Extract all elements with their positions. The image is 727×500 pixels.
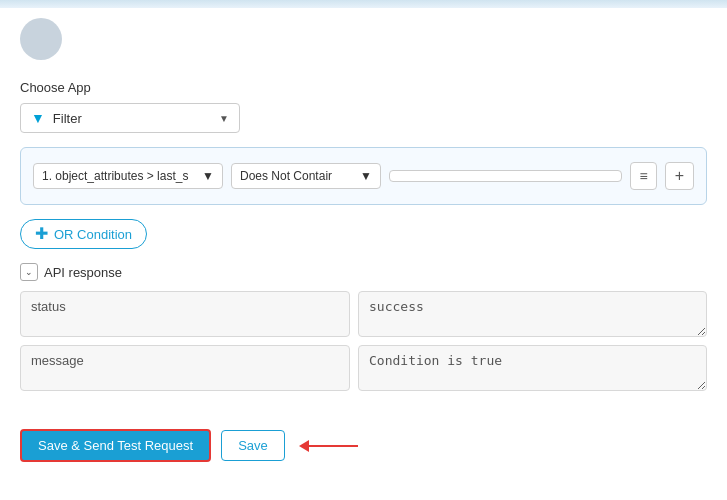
save-button[interactable]: Save — [221, 430, 285, 461]
condition-menu-button[interactable]: ≡ — [630, 162, 656, 190]
chevron-down-icon: ▼ — [219, 113, 229, 124]
or-condition-label: OR Condition — [54, 227, 132, 242]
filter-label: Filter — [53, 111, 82, 126]
response-row-message: message <span data-bind="api_response.ro… — [20, 345, 707, 391]
or-condition-button[interactable]: ✚ OR Condition — [20, 219, 147, 249]
response-fields: status <span data-bind="api_response.row… — [20, 291, 707, 391]
content-area: Choose App ▼ Filter ▼ 1. object_attribut… — [0, 64, 727, 419]
arrow-line — [308, 445, 358, 447]
response-value-message[interactable]: <span data-bind="api_response.rows.1.val… — [358, 345, 707, 391]
response-value-status[interactable]: <span data-bind="api_response.rows.0.val… — [358, 291, 707, 337]
top-bar — [0, 0, 727, 8]
response-key-message: message — [20, 345, 350, 391]
api-response-toggle[interactable]: ⌄ — [20, 263, 38, 281]
condition-field-value: 1. object_attributes > last_s — [42, 169, 188, 183]
api-chevron-icon: ⌄ — [25, 267, 33, 277]
api-response-section: ⌄ API response status <span data-bind="a… — [20, 263, 707, 391]
condition-add-button[interactable]: + — [665, 162, 694, 190]
filter-select-left: ▼ Filter — [31, 110, 82, 126]
response-row-status: status <span data-bind="api_response.row… — [20, 291, 707, 337]
field-chevron-icon: ▼ — [202, 169, 214, 183]
action-bar: Save & Send Test Request Save — [0, 419, 727, 472]
condition-operator-dropdown[interactable]: Does Not Contair ▼ — [231, 163, 381, 189]
plus-icon: + — [675, 167, 684, 184]
or-plus-icon: ✚ — [35, 226, 48, 242]
arrow-indicator — [299, 440, 358, 452]
response-key-status: status — [20, 291, 350, 337]
condition-operator-value: Does Not Contair — [240, 169, 332, 183]
main-container: Choose App ▼ Filter ▼ 1. object_attribut… — [0, 0, 727, 500]
condition-field-dropdown[interactable]: 1. object_attributes > last_s ▼ — [33, 163, 223, 189]
condition-value-input — [389, 170, 622, 182]
condition-box: 1. object_attributes > last_s ▼ Does Not… — [20, 147, 707, 205]
filter-icon: ▼ — [31, 110, 45, 126]
filter-select[interactable]: ▼ Filter ▼ — [20, 103, 240, 133]
condition-row: 1. object_attributes > last_s ▼ Does Not… — [33, 162, 694, 190]
choose-app-label: Choose App — [20, 80, 707, 95]
api-response-label: API response — [44, 265, 122, 280]
save-test-button[interactable]: Save & Send Test Request — [20, 429, 211, 462]
menu-icon: ≡ — [639, 168, 647, 184]
api-response-header: ⌄ API response — [20, 263, 707, 281]
operator-chevron-icon: ▼ — [360, 169, 372, 183]
